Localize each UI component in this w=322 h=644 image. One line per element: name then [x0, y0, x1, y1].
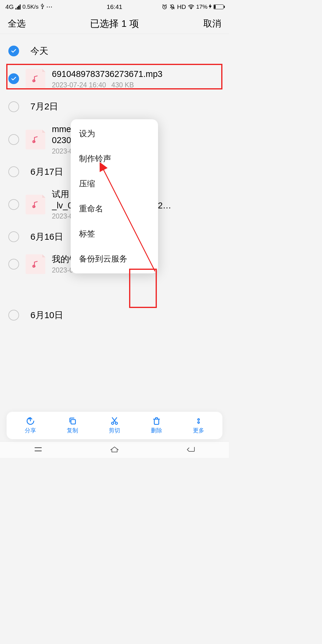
bolt-icon	[209, 3, 212, 10]
music-file-icon	[26, 69, 45, 89]
checkbox[interactable]	[8, 199, 19, 210]
title-bar: 全选 已选择 1 项 取消	[0, 14, 229, 34]
checkbox[interactable]	[8, 46, 19, 56]
alarm-icon	[162, 4, 168, 10]
mute-icon	[169, 4, 175, 10]
battery-icon	[213, 4, 224, 9]
menu-tag[interactable]: 标签	[71, 221, 158, 246]
wifi-icon	[188, 4, 194, 10]
svg-point-10	[198, 422, 199, 423]
delete-button[interactable]: 删除	[146, 417, 167, 434]
menu-backup-cloud[interactable]: 备份到云服务	[71, 246, 158, 271]
status-time: 16:41	[107, 3, 123, 10]
file-name: 6910489783736273671.mp3	[52, 69, 221, 80]
checkbox[interactable]	[8, 73, 19, 84]
share-label: 分享	[25, 427, 36, 434]
status-right: HD 17%	[162, 3, 224, 10]
net-speed: 0.5K/s	[22, 4, 38, 10]
delete-label: 删除	[151, 427, 162, 434]
more-button[interactable]: 更多	[188, 417, 209, 434]
section-label: 7月2日	[30, 100, 58, 113]
section-header[interactable]: 今天	[0, 41, 229, 61]
section-header[interactable]: 6月10日	[0, 305, 229, 325]
menu-compress[interactable]: 压缩	[71, 171, 158, 196]
menu-make-ringtone[interactable]: 制作铃声	[71, 146, 158, 171]
file-text: 6910489783736273671.mp3 2023-07-24 16:40…	[52, 69, 221, 89]
file-item[interactable]: 6910489783736273671.mp3 2023-07-24 16:40…	[0, 64, 229, 93]
network-label: 4G	[5, 3, 14, 10]
more-dots-icon: ⋯	[46, 3, 52, 10]
usb-icon	[40, 3, 44, 11]
signal-icon	[16, 4, 21, 10]
page-title: 已选择 1 项	[90, 17, 139, 30]
section-label: 今天	[30, 45, 48, 57]
back-button[interactable]	[186, 445, 196, 455]
checkbox[interactable]	[8, 231, 19, 242]
cut-label: 剪切	[109, 427, 120, 434]
select-all-button[interactable]: 全选	[8, 18, 26, 30]
music-file-icon	[26, 130, 45, 149]
battery-pct: 17%	[196, 4, 208, 10]
recent-apps-button[interactable]	[33, 445, 43, 455]
home-button[interactable]	[110, 445, 119, 455]
status-left: 4G 0.5K/s ⋯	[5, 3, 52, 11]
file-meta: 2023-07-24 16:40430 KB	[52, 81, 221, 89]
context-menu[interactable]: 设为 制作铃声 压缩 重命名 标签 备份到云服务 打开方式	[71, 119, 158, 273]
hd-label: HD	[177, 3, 186, 10]
svg-point-2	[33, 140, 35, 143]
section-label: 6月17日	[30, 166, 63, 178]
checkbox[interactable]	[8, 101, 19, 112]
section-label: 6月16日	[30, 231, 63, 243]
more-label: 更多	[193, 427, 204, 434]
section-header[interactable]: 7月2日	[0, 97, 229, 117]
svg-point-3	[33, 206, 35, 208]
svg-point-4	[33, 265, 35, 267]
music-file-icon	[26, 195, 45, 214]
cancel-button[interactable]: 取消	[203, 18, 221, 30]
status-bar: 4G 0.5K/s ⋯ 16:41 HD 17%	[0, 0, 229, 14]
svg-point-9	[198, 419, 199, 420]
music-file-icon	[26, 254, 45, 274]
copy-button[interactable]: 复制	[62, 417, 83, 434]
checkbox[interactable]	[8, 310, 19, 321]
checkbox[interactable]	[8, 166, 19, 177]
nav-bar	[0, 441, 229, 458]
copy-label: 复制	[67, 427, 78, 434]
share-button[interactable]: 分享	[20, 417, 41, 434]
section-label: 6月10日	[30, 309, 63, 321]
menu-set-as[interactable]: 设为	[71, 121, 158, 146]
cut-button[interactable]: 剪切	[104, 417, 125, 434]
checkbox[interactable]	[8, 134, 19, 145]
menu-rename[interactable]: 重命名	[71, 196, 158, 221]
checkbox[interactable]	[8, 259, 19, 270]
action-bar: 分享 复制 剪切 删除 更多	[7, 412, 222, 439]
svg-rect-6	[71, 419, 75, 424]
svg-point-1	[33, 80, 35, 82]
menu-open-with[interactable]: 打开方式	[71, 271, 158, 273]
